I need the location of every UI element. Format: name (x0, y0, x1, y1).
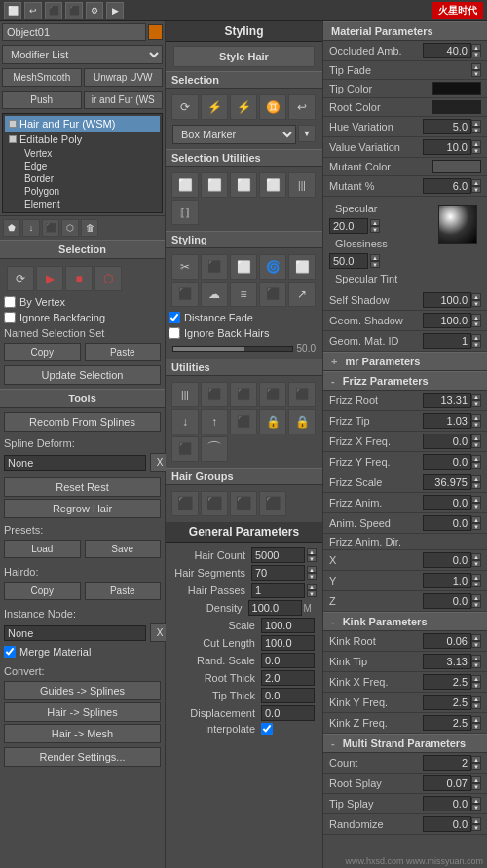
specular-up[interactable]: ▲ (370, 219, 380, 226)
occluded-amb-input[interactable] (423, 43, 471, 58)
value-variation-input[interactable] (423, 139, 471, 155)
hair-to-mesh-button[interactable]: Hair -> Mesh (4, 724, 161, 743)
reset-rest-button[interactable]: Reset Rest (4, 477, 161, 497)
kink-expand-icon[interactable]: - (331, 616, 335, 627)
frizz-dir-y-input[interactable] (423, 573, 471, 588)
tip-thick-input[interactable] (261, 688, 315, 703)
object-color-swatch[interactable] (148, 24, 163, 40)
mid-sel-icon-4[interactable]: ♊ (259, 94, 286, 120)
root-splay-input[interactable] (423, 775, 471, 791)
interpolate-checkbox[interactable] (261, 723, 273, 735)
geom-mat-id-down[interactable]: ▼ (471, 341, 481, 348)
merge-material-checkbox[interactable] (4, 646, 16, 658)
root-splay-down[interactable]: ▼ (471, 783, 481, 790)
kink-z-freq-input[interactable] (423, 715, 471, 731)
stack-item-editable-poly[interactable]: Editable Poly (5, 132, 160, 147)
mutant-pct-input[interactable] (423, 178, 471, 194)
frizz-y-freq-input[interactable] (423, 454, 471, 470)
count-down[interactable]: ▼ (471, 763, 481, 770)
toolbar-icon-1[interactable]: ⬜ (4, 2, 21, 19)
frizz-scale-down[interactable]: ▼ (471, 482, 481, 489)
util-icon-6[interactable]: ⟦⟧ (171, 200, 199, 225)
frizz-root-down[interactable]: ▼ (471, 400, 481, 407)
sel-icon-lasso[interactable]: ⟳ (7, 266, 34, 291)
instance-node-input[interactable] (4, 625, 146, 641)
mr-expand-icon[interactable]: + (331, 356, 337, 367)
frizz-scale-up[interactable]: ▲ (471, 475, 481, 482)
mesh-smooth-button[interactable]: MeshSmooth (2, 68, 82, 87)
styling-icon-9[interactable]: ⬛ (259, 282, 286, 307)
stack-sub-element[interactable]: Element (20, 198, 160, 210)
hair-group-icon-3[interactable]: ⬛ (230, 491, 257, 516)
object-name-input[interactable] (2, 23, 146, 41)
mutant-pct-down[interactable]: ▼ (471, 186, 481, 193)
self-shadow-input[interactable] (423, 292, 471, 308)
displacement-input[interactable] (261, 705, 315, 721)
box-marker-select[interactable]: Box Marker (172, 125, 296, 144)
modifier-list-select[interactable]: Modifier List (2, 45, 163, 64)
hair-count-input[interactable] (251, 547, 305, 563)
kink-tip-input[interactable] (423, 654, 471, 669)
root-thick-input[interactable] (261, 670, 315, 686)
anim-speed-down[interactable]: ▼ (471, 523, 481, 530)
utils-icon-5[interactable]: ⬛ (288, 382, 316, 407)
randomize-down[interactable]: ▼ (471, 824, 481, 831)
load-button[interactable]: Load (4, 540, 81, 558)
occluded-amb-up[interactable]: ▲ (471, 44, 481, 51)
frizz-root-input[interactable] (423, 393, 471, 408)
styling-slider-track[interactable] (172, 346, 293, 352)
frizz-x-freq-input[interactable] (423, 434, 471, 449)
geom-mat-id-input[interactable] (423, 333, 471, 349)
distance-fade-checkbox[interactable] (169, 312, 180, 323)
kink-root-up[interactable]: ▲ (471, 634, 481, 641)
frizz-y-freq-down[interactable]: ▼ (471, 462, 481, 469)
styling-icon-5[interactable]: ⬜ (288, 254, 316, 280)
utils-icon-lock-2[interactable]: 🔒 (288, 409, 316, 434)
hair-segments-input[interactable] (251, 565, 305, 581)
stack-sub-vertex[interactable]: Vertex (20, 147, 160, 160)
kink-root-down[interactable]: ▼ (471, 641, 481, 648)
frizz-dir-z-down[interactable]: ▼ (471, 601, 481, 608)
styling-icon-10[interactable]: ↗ (288, 282, 316, 307)
toolbar-icon-3[interactable]: ⬛ (45, 2, 62, 19)
toolbar-icon-5[interactable]: ⚙ (86, 2, 103, 19)
stack-icon-3[interactable]: ⬛ (42, 219, 59, 237)
frizz-root-up[interactable]: ▲ (471, 394, 481, 400)
styling-icon-2[interactable]: ⬛ (201, 254, 228, 280)
sel-icon-square[interactable]: ■ (65, 266, 93, 291)
scale-input[interactable] (261, 618, 315, 633)
utils-icon-11[interactable]: ⬛ (171, 436, 199, 462)
hair-group-icon-2[interactable]: ⬛ (201, 491, 228, 516)
geom-shadow-down[interactable]: ▼ (471, 321, 481, 327)
root-splay-up[interactable]: ▲ (471, 776, 481, 783)
anim-speed-up[interactable]: ▲ (471, 516, 481, 523)
root-color-swatch[interactable] (432, 100, 481, 114)
specular-down[interactable]: ▼ (370, 226, 380, 233)
sel-icon-hex[interactable]: ⬡ (94, 266, 122, 291)
frizz-anim-input[interactable] (423, 495, 471, 510)
frizz-x-freq-up[interactable]: ▲ (471, 434, 481, 441)
utils-icon-arch[interactable]: ⌒ (201, 436, 228, 462)
ignore-backfacing-checkbox[interactable] (4, 312, 16, 323)
specular-input[interactable] (329, 218, 368, 234)
randomize-input[interactable] (423, 816, 471, 832)
tip-splay-input[interactable] (423, 796, 471, 811)
save-button[interactable]: Save (85, 540, 162, 558)
toolbar-icon-2[interactable]: ↩ (24, 2, 42, 19)
hair-segments-down[interactable]: ▼ (307, 573, 317, 580)
util-icon-1[interactable]: ⬜ (171, 172, 199, 198)
hairdo-paste-button[interactable]: Paste (85, 582, 162, 600)
hair-count-up[interactable]: ▲ (307, 548, 317, 555)
hair-passes-down[interactable]: ▼ (307, 590, 317, 597)
glossiness-input[interactable] (329, 253, 368, 269)
kink-y-freq-down[interactable]: ▼ (471, 702, 481, 709)
stack-icon-1[interactable]: ⬟ (3, 219, 20, 237)
recomb-from-splines-button[interactable]: Recomb From Splines (4, 412, 161, 432)
glossiness-up[interactable]: ▲ (370, 254, 380, 261)
mutant-color-swatch[interactable] (432, 160, 481, 173)
utils-icon-8[interactable]: ⬛ (230, 409, 257, 434)
kink-z-freq-down[interactable]: ▼ (471, 723, 481, 730)
frizz-dir-y-down[interactable]: ▼ (471, 581, 481, 587)
frizz-tip-input[interactable] (423, 413, 471, 429)
frizz-y-freq-up[interactable]: ▲ (471, 455, 481, 462)
